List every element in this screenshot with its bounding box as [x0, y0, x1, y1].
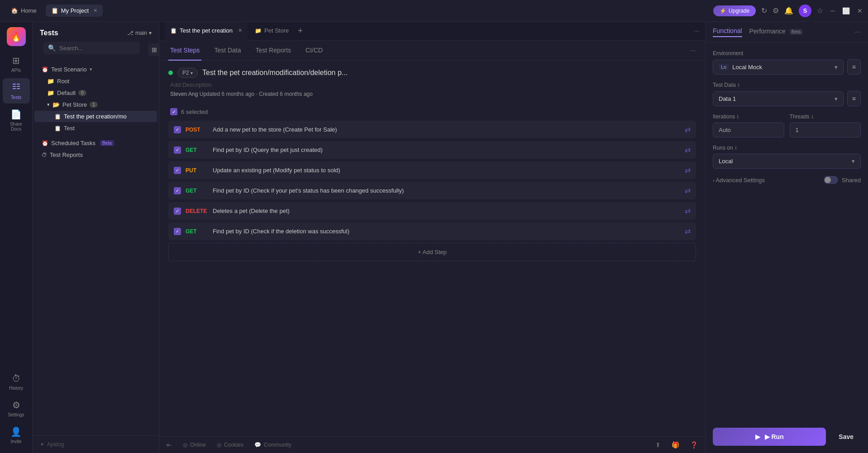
sidebar-item-settings[interactable]: ⚙ Settings [3, 396, 30, 421]
add-description[interactable]: Add Description [168, 81, 696, 88]
threads-input[interactable] [790, 123, 861, 137]
add-step-button[interactable]: + Add Step [168, 243, 696, 261]
step-checkbox[interactable]: ✓ [174, 208, 181, 215]
tree-item-scheduled-tasks[interactable]: ⏰ Scheduled Tasks Beta [34, 137, 157, 149]
environment-list-button[interactable]: ≡ [847, 59, 861, 75]
folder-open-icon: 📂 [52, 101, 60, 108]
step-action-icon[interactable]: ⇄ [685, 146, 691, 154]
environment-select[interactable]: Lo Local Mock ▾ [713, 60, 844, 75]
home-icon: 🏠 [11, 7, 18, 14]
gift-icon[interactable]: 🎁 [672, 441, 679, 448]
data-list-button[interactable]: ≡ [847, 91, 861, 106]
select-chevron-icon: ▾ [835, 64, 838, 71]
inner-tab-test-data[interactable]: Test Data [212, 41, 243, 61]
minimize-button[interactable]: ─ [830, 7, 835, 14]
tab-close-button[interactable]: ✕ [93, 8, 97, 14]
test-title-row: P2 ▾ [168, 68, 696, 78]
step-row[interactable]: ✓ GET Find pet by ID (Check if your pet'… [168, 182, 696, 199]
shared-toggle[interactable] [824, 176, 838, 184]
step-action-icon[interactable]: ⇄ [685, 227, 691, 236]
collapse-icon[interactable]: ⇤ [167, 441, 172, 448]
app-logo[interactable]: 🔥 [7, 27, 26, 46]
footer-cookies[interactable]: ◎ Cookies [217, 442, 243, 448]
settings-icon[interactable]: ⚙ [773, 6, 779, 15]
check-all-checkbox[interactable]: ✓ [170, 108, 177, 115]
step-checkbox[interactable]: ✓ [174, 146, 181, 154]
content-tab-test-creation[interactable]: 📋 Test the pet creation ✕ [165, 22, 248, 41]
tree-item-test-creation[interactable]: 📋 Test the pet creation/mo [34, 111, 157, 122]
step-row[interactable]: ✓ PUT Update an existing pet (Modify pet… [168, 161, 696, 179]
advanced-settings-button[interactable]: › Advanced Settings [713, 177, 765, 184]
tree-item-pet-store[interactable]: ▾ 📂 Pet Store 1 [34, 99, 157, 110]
clock-icon: ⏰ [42, 140, 48, 146]
pet-store-badge: 1 [90, 102, 98, 108]
test-meta: Steven Ang Updated 6 months ago · Create… [168, 91, 696, 97]
branch-selector[interactable]: ⎇ main ▾ [127, 30, 152, 36]
runs-on-info-icon[interactable]: ℹ [735, 145, 737, 151]
title-bar: 🏠 Home 📋 My Project ✕ ⚡ Upgrade ↻ ⚙ 🔔 S … [0, 0, 868, 22]
add-tab-button[interactable]: + [298, 26, 303, 36]
footer-community[interactable]: 💬 Community [254, 442, 291, 448]
filter-button[interactable]: ⊞ [148, 43, 159, 56]
step-action-icon[interactable]: ⇄ [685, 125, 691, 134]
sidebar-item-invite[interactable]: 👤 Invite [3, 423, 30, 448]
priority-badge[interactable]: P2 ▾ [177, 68, 198, 78]
step-action-icon[interactable]: ⇄ [685, 207, 691, 215]
bell-icon[interactable]: 🔔 [784, 6, 793, 15]
step-checkbox[interactable]: ✓ [174, 187, 181, 194]
iterations-info-icon[interactable]: ℹ [737, 114, 739, 120]
content-tab-pet-store[interactable]: 📁 Pet Store [249, 22, 294, 41]
inner-tabs-more[interactable]: ··· [690, 47, 696, 55]
inner-tab-ci-cd[interactable]: CI/CD [304, 41, 324, 61]
tab-more-button[interactable]: ··· [694, 27, 700, 35]
inner-tab-test-steps[interactable]: Test Steps [168, 41, 201, 61]
right-tab-functional[interactable]: Functional [713, 27, 742, 37]
right-tab-performance[interactable]: Performance Beta [749, 28, 803, 37]
runs-on-select[interactable]: Local ▾ [713, 154, 861, 169]
home-tab[interactable]: 🏠 Home [5, 5, 42, 17]
help-icon[interactable]: ❓ [690, 441, 698, 448]
test-data-info-icon[interactable]: ℹ [738, 82, 739, 88]
maximize-button[interactable]: ⬜ [842, 7, 850, 14]
upload-icon[interactable]: ⬆ [655, 441, 661, 448]
close-button[interactable]: ✕ [857, 7, 863, 14]
step-action-icon[interactable]: ⇄ [685, 166, 691, 175]
test-file-icon: 📋 [54, 113, 61, 120]
save-button[interactable]: Save [831, 428, 861, 446]
step-row[interactable]: ✓ POST Add a new pet to the store (Creat… [168, 121, 696, 138]
sidebar-item-history[interactable]: ⏱ History [3, 370, 30, 394]
step-checkbox[interactable]: ✓ [174, 126, 181, 133]
data-select[interactable]: Data 1 ▾ [713, 91, 844, 106]
project-tab[interactable]: 📋 My Project ✕ [46, 5, 103, 17]
upgrade-button[interactable]: ⚡ Upgrade [713, 5, 756, 16]
tree-item-test-scenario[interactable]: ⏰ Test Scenario ▾ [34, 64, 157, 75]
search-input[interactable] [59, 45, 135, 52]
sidebar-item-tests[interactable]: Tests [3, 78, 30, 104]
apis-icon: ⊞ [12, 55, 20, 66]
step-row[interactable]: ✓ GET Find pet by ID (Check if the delet… [168, 222, 696, 240]
inner-tab-test-reports[interactable]: Test Reports [254, 41, 293, 61]
tree-item-root[interactable]: 📁 Root [34, 76, 157, 87]
method-label: PUT [186, 167, 208, 174]
threads-info-icon[interactable]: ℹ [811, 114, 813, 120]
right-panel-more-button[interactable]: ··· [855, 28, 861, 36]
step-row[interactable]: ✓ GET Find pet by ID (Query the pet just… [168, 141, 696, 159]
tree-item-test-reports[interactable]: ⏱ Test Reports [34, 149, 157, 160]
icon-rail: 🔥 ⊞ APIs Tests 📄 Share Docs [0, 22, 33, 453]
footer-online[interactable]: ◎ Online [183, 442, 206, 448]
tab-close-icon[interactable]: ✕ [238, 28, 242, 33]
tree-item-default[interactable]: 📁 Default 0 [34, 87, 157, 99]
test-title-input[interactable] [202, 69, 696, 77]
star-icon[interactable]: ☆ [817, 6, 823, 15]
step-checkbox[interactable]: ✓ [174, 228, 181, 235]
iterations-input[interactable] [713, 123, 784, 137]
step-row[interactable]: ✓ DELETE Deletes a pet (Delete the pet) … [168, 202, 696, 220]
sidebar-item-apis[interactable]: ⊞ APIs [3, 52, 30, 76]
run-button[interactable]: ▶ ▶ Run [713, 428, 826, 446]
refresh-icon[interactable]: ↻ [761, 6, 767, 15]
step-checkbox[interactable]: ✓ [174, 167, 181, 174]
avatar[interactable]: S [799, 5, 811, 17]
sidebar-item-share-docs[interactable]: 📄 Share Docs [3, 105, 30, 135]
tree-item-test[interactable]: 📋 Test [34, 123, 157, 134]
step-action-icon[interactable]: ⇄ [685, 186, 691, 195]
